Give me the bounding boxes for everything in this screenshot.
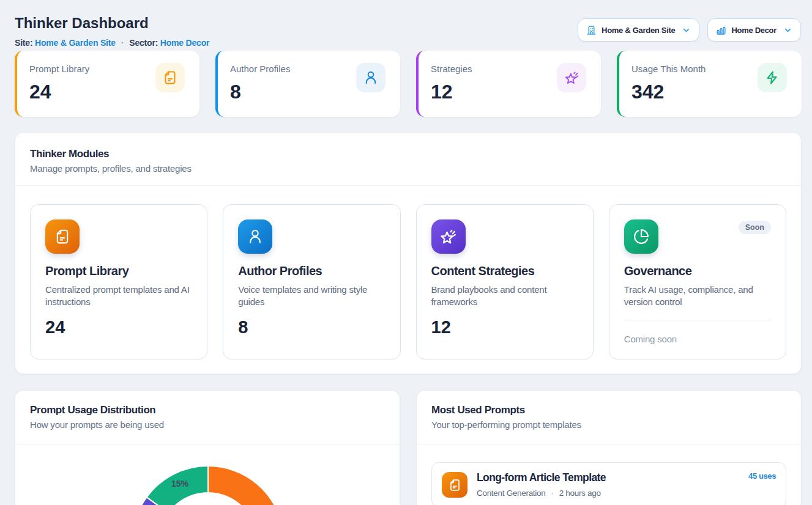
svg-text:15%: 15%	[171, 479, 189, 488]
